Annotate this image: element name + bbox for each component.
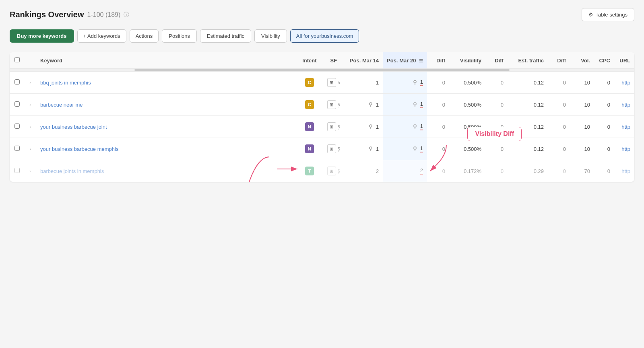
rankings-table: Keyword Intent SF Pos. Mar 14 Pos. Mar 2… (10, 52, 634, 182)
pos-mar20-value: 1 (420, 101, 423, 108)
table-row: › barbecue joints in memphis T ⊞ 6 2 2 0 (10, 160, 634, 182)
keyword-link[interactable]: bbq joints in memphis (40, 80, 91, 86)
row-expand[interactable]: › (24, 160, 36, 182)
sf-number: 6 (338, 169, 340, 174)
row-expand[interactable]: › (24, 71, 36, 94)
cpc-cell: 0 (594, 116, 614, 138)
row-checkbox-cell[interactable] (10, 138, 24, 160)
positions-tab[interactable]: Positions (162, 29, 197, 43)
add-keywords-button[interactable]: + Add keywords (77, 29, 126, 43)
pos-mar20-header[interactable]: Pos. Mar 20 ☰ (383, 52, 427, 69)
buy-keywords-button[interactable]: Buy more keywords (10, 29, 74, 43)
row-checkbox-cell[interactable] (10, 160, 24, 182)
sf-header: SF (322, 52, 346, 69)
svg-point-4 (414, 103, 416, 105)
svg-point-0 (414, 80, 416, 83)
est-traffic-cell: 0.12 (508, 71, 548, 94)
actions-button[interactable]: Actions (130, 29, 159, 43)
row-checkbox[interactable] (14, 146, 20, 151)
sf-cell: ⊞ 5 (322, 138, 346, 160)
url-link[interactable]: http (621, 124, 630, 130)
visibility-cell: 0.500% (449, 94, 485, 116)
vol-cell: 10 (570, 71, 594, 94)
pos-mar14-value: 1 (376, 102, 379, 108)
row-checkbox[interactable] (14, 79, 20, 84)
intent-badge: N (305, 122, 314, 131)
sf-cell: ⊞ 5 (322, 116, 346, 138)
intent-cell: C (297, 94, 322, 116)
sf-icon[interactable]: ⊞ (327, 167, 336, 175)
sort-icon[interactable]: ☰ (419, 58, 423, 63)
url-link[interactable]: http (621, 102, 630, 108)
row-checkbox-cell[interactable] (10, 71, 24, 94)
select-all-checkbox-header[interactable] (10, 52, 24, 69)
sf-icon[interactable]: ⊞ (327, 144, 336, 153)
intent-cell: N (297, 116, 322, 138)
title-section: Rankings Overview 1-100 (189) ⓘ (10, 10, 129, 19)
visibility-diff-annotation: Visibility Diff (467, 127, 522, 141)
page-header: Rankings Overview 1-100 (189) ⓘ ⚙ Table … (10, 8, 634, 21)
row-expand[interactable]: › (24, 138, 36, 160)
vdiff-header: Diff (485, 52, 508, 69)
info-icon[interactable]: ⓘ (124, 11, 129, 19)
row-expand[interactable]: › (24, 94, 36, 116)
visibility-tab[interactable]: Visibility (254, 29, 287, 43)
toolbar: Buy more keywords + Add keywords Actions… (10, 29, 634, 43)
url-cell[interactable]: http (614, 160, 634, 182)
est-traffic-header: Est. traffic (508, 52, 548, 69)
sf-cell: ⊞ 5 (322, 71, 346, 94)
sf-icon[interactable]: ⊞ (327, 122, 336, 131)
row-checkbox-cell[interactable] (10, 116, 24, 138)
table-row: › your business barbecue memphis N ⊞ 5 1… (10, 138, 634, 160)
table-settings-button[interactable]: ⚙ Table settings (582, 8, 635, 21)
tdiff-cell: 0 (548, 138, 570, 160)
intent-badge: N (305, 144, 314, 153)
select-all-checkbox[interactable] (14, 57, 20, 62)
estimated-traffic-tab[interactable]: Estimated traffic (200, 29, 251, 43)
pos-mar14-header[interactable]: Pos. Mar 14 (346, 52, 383, 69)
url-cell[interactable]: http (614, 116, 634, 138)
gear-icon: ⚙ (588, 12, 593, 18)
vdiff-cell: 0 (485, 71, 508, 94)
url-header: URL (614, 52, 634, 69)
svg-point-12 (414, 147, 416, 149)
row-expand[interactable]: › (24, 116, 36, 138)
row-checkbox[interactable] (14, 168, 20, 173)
tdiff-cell: 0 (548, 160, 570, 182)
table-row: › bbq joints in memphis C ⊞ 5 1 1 0 0. (10, 71, 634, 94)
pos-mar20-cell: 1 (383, 138, 427, 160)
pos-mar20-value: 1 (420, 145, 423, 152)
pos-mar20-value: 1 (420, 79, 423, 86)
diff-cell: 0 (427, 94, 449, 116)
sf-icon[interactable]: ⊞ (327, 100, 336, 109)
keyword-link[interactable]: your business barbecue memphis (40, 146, 118, 152)
row-checkbox[interactable] (14, 124, 20, 129)
pos-mar14-cell: 2 (346, 160, 383, 182)
keyword-link[interactable]: your business barbecue joint (40, 124, 107, 130)
intent-cell: N (297, 138, 322, 160)
pos-mar14-value: 1 (376, 146, 379, 152)
vol-cell: 10 (570, 94, 594, 116)
pos-mar20-cell: 1 (383, 94, 427, 116)
keyword-link[interactable]: barbecue near me (40, 102, 83, 108)
url-link[interactable]: http (621, 168, 630, 174)
vol-header: Vol. (570, 52, 594, 69)
url-link[interactable]: http (621, 146, 630, 152)
row-checkbox[interactable] (14, 101, 20, 107)
pos-mar14-value: 1 (376, 124, 379, 130)
vol-cell: 10 (570, 138, 594, 160)
title-range: 1-100 (189) (87, 11, 121, 19)
tdiff-cell: 0 (548, 116, 570, 138)
keyword-cell: barbecue joints in memphis (36, 160, 297, 182)
url-cell[interactable]: http (614, 138, 634, 160)
tdiff-header: Diff (548, 52, 570, 69)
all-for-button[interactable]: All for yourbusiness.com (290, 29, 359, 43)
tdiff-cell: 0 (548, 71, 570, 94)
table-row: › your business barbecue joint N ⊞ 5 1 1… (10, 116, 634, 138)
url-cell[interactable]: http (614, 71, 634, 94)
keyword-link[interactable]: barbecue joints in memphis (40, 168, 104, 174)
url-link[interactable]: http (621, 80, 630, 86)
url-cell[interactable]: http (614, 94, 634, 116)
sf-icon[interactable]: ⊞ (327, 78, 336, 87)
row-checkbox-cell[interactable] (10, 94, 24, 116)
